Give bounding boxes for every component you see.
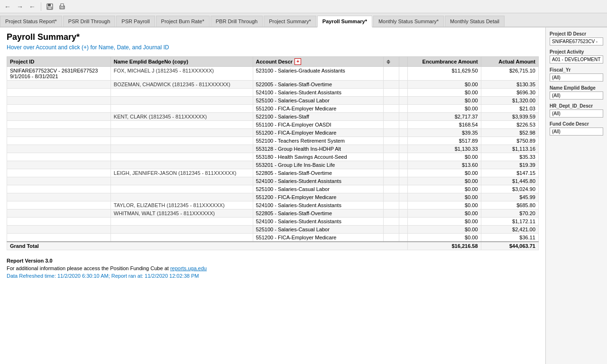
content-area: Payroll Summary* Hover over Account and … <box>0 27 545 364</box>
tab-psr-drill-through[interactable]: PSR Drill Through <box>63 16 115 27</box>
col-project-id: Project ID <box>7 57 111 67</box>
name-cell <box>110 89 253 97</box>
project-id-cell <box>7 105 111 113</box>
account-cell: 524100 - Salaries-Student Assistants <box>253 201 384 209</box>
sidebar-fund-code-input[interactable] <box>550 127 603 136</box>
account-cell: 524100 - Salaries-Student Assistants <box>253 89 384 97</box>
account-cell: 553180 - Health Savings Account-Seed <box>253 153 384 161</box>
project-id-cell <box>7 193 111 201</box>
project-id-cell <box>7 97 111 105</box>
account-cell: 522805 - Salaries-Staff-Overtime <box>253 169 384 177</box>
tab-psr-payroll[interactable]: PSR Payroll <box>116 16 155 27</box>
sidebar-name-emplid-input[interactable] <box>550 91 603 100</box>
encumbrance-cell: $2,717.37 <box>408 113 481 121</box>
account-cell: 524100 - Salaries-Student Assistants <box>253 218 384 226</box>
sidebar-fiscal-yr-input[interactable] <box>550 73 603 82</box>
save-button[interactable] <box>45 3 55 10</box>
encumbrance-cell: $0.00 <box>408 81 481 89</box>
table-row: 551100 - FICA-Employer OASDI$168.54$226.… <box>7 121 539 129</box>
account-cell: 551200 - FICA-Employer Medicare <box>253 234 384 242</box>
name-cell <box>110 218 253 226</box>
main-layout: Payroll Summary* Hover over Account and … <box>0 27 607 364</box>
name-cell: FOX, MICHAEL J (1812345 - 811XXXXXX) <box>110 67 253 81</box>
actual-cell: $36.11 <box>481 234 538 242</box>
project-id-cell <box>7 177 111 185</box>
subtitle-link[interactable]: click (+) <box>69 44 89 51</box>
encumbrance-cell: $0.00 <box>408 185 481 193</box>
name-cell <box>110 161 253 169</box>
name-cell <box>110 137 253 145</box>
grand-total-label: Grand Total <box>7 242 408 250</box>
separator1 <box>41 2 41 11</box>
project-id-cell <box>7 145 111 153</box>
sort-icon-asc[interactable] <box>386 60 390 64</box>
account-cell: 551100 - FICA-Employer OASDI <box>253 121 384 129</box>
encumbrance-cell: $11,629.50 <box>408 67 481 81</box>
name-cell <box>110 226 253 234</box>
account-cell: 551200 - FICA-Employer Medicare <box>253 129 384 137</box>
tab-pbr-drill-through[interactable]: PBR Drill Through <box>211 16 263 27</box>
actual-cell: $685.80 <box>481 201 538 209</box>
account-cell: 551200 - FICA-Employer Medicare <box>253 193 384 201</box>
project-id-cell <box>7 209 111 218</box>
sidebar-fiscal-yr-label: Fiscal_Yr <box>550 67 603 73</box>
tab-project-status-report[interactable]: Project Status Report* <box>0 16 62 27</box>
name-cell <box>110 177 253 185</box>
col-encumbrance: Encumbrance Amount <box>408 57 481 67</box>
encumbrance-cell: $0.00 <box>408 193 481 201</box>
subtitle-pre: Hover over Account and <box>7 44 69 51</box>
table-row: 524100 - Salaries-Student Assistants$0.0… <box>7 89 539 97</box>
sidebar-hr-dept: HR_Dept_ID_Descr <box>550 103 603 118</box>
encumbrance-cell: $0.00 <box>408 105 481 113</box>
project-id-cell <box>7 129 111 137</box>
tab-project-burn-rate[interactable]: Project Burn Rate* <box>156 16 210 27</box>
tab-monthly-status-summary[interactable]: Monthly Status Summary* <box>373 16 444 27</box>
table-row: BOZEMAN, CHADWICK (1812345 - 811XXXXXX)5… <box>7 81 539 89</box>
subtitle-post: for Name, Date, and Journal ID <box>89 44 169 51</box>
report-desc-pre: For additional information please access… <box>7 265 170 271</box>
sidebar-fund-code: Fund Code Descr <box>550 121 603 136</box>
actual-cell: $226.53 <box>481 121 538 129</box>
expand-account-button[interactable]: + <box>294 58 301 65</box>
account-cell: 522100 - Salaries-Staff <box>253 113 384 121</box>
table-row: 525100 - Salaries-Casual Labor$0.00$1,32… <box>7 97 539 105</box>
table-row: 525100 - Salaries-Casual Labor$0.00$2,42… <box>7 226 539 234</box>
report-link[interactable]: reports.uga.edu <box>170 265 207 271</box>
table-row: WHITMAN, WALT (1812345 - 811XXXXXX)52280… <box>7 209 539 218</box>
page-subtitle: Hover over Account and click (+) for Nam… <box>7 44 539 51</box>
actual-cell: $52.98 <box>481 129 538 137</box>
project-id-cell <box>7 218 111 226</box>
actual-cell: $1,113.16 <box>481 145 538 153</box>
back-button[interactable]: ← <box>3 2 12 11</box>
name-cell <box>110 145 253 153</box>
project-id-cell <box>7 169 111 177</box>
svg-rect-4 <box>61 4 64 6</box>
sidebar-project-activity-input[interactable] <box>550 55 603 64</box>
account-cell: 552100 - Teachers Retirement System <box>253 137 384 145</box>
print-button[interactable] <box>57 3 67 10</box>
tab-payroll-summary[interactable]: Payroll Summary* <box>317 16 372 27</box>
actual-cell: $1,445.80 <box>481 177 538 185</box>
svg-rect-2 <box>48 7 52 9</box>
sidebar-project-activity: Project Activity <box>550 49 603 64</box>
sidebar-project-id-descr-input[interactable] <box>550 37 603 46</box>
report-version: Report Version 3.0 <box>7 258 539 264</box>
table-row: TAYLOR, ELIZABETH (1812345 - 811XXXXXX)5… <box>7 201 539 209</box>
name-cell: WHITMAN, WALT (1812345 - 811XXXXXX) <box>110 209 253 218</box>
col-sort1[interactable] <box>384 57 399 67</box>
project-id-cell <box>7 201 111 209</box>
table-row: 551200 - FICA-Employer Medicare$0.00$45.… <box>7 193 539 201</box>
tab-project-summary[interactable]: Project Summary* <box>264 16 316 27</box>
sidebar-hr-dept-input[interactable] <box>550 109 603 118</box>
table-row: 553180 - Health Savings Account-Seed$0.0… <box>7 153 539 161</box>
forward-button[interactable]: → <box>15 2 25 11</box>
account-cell: 524100 - Salaries-Student Assistants <box>253 177 384 185</box>
back2-button[interactable]: ← <box>28 2 37 11</box>
name-cell <box>110 105 253 113</box>
tab-monthly-status-detail[interactable]: Monthly Status Detail <box>445 16 505 27</box>
sidebar: Project ID Descr Project Activity Fiscal… <box>545 27 607 364</box>
project-id-cell <box>7 113 111 121</box>
sidebar-project-id-descr: Project ID Descr <box>550 31 603 46</box>
actual-cell: $1,172.11 <box>481 218 538 226</box>
project-id-cell <box>7 81 111 89</box>
